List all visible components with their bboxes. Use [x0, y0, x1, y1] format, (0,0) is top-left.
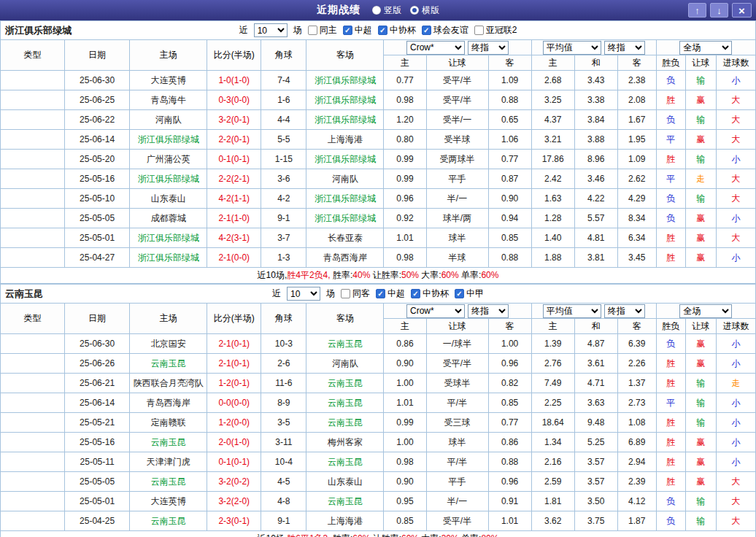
away-team-cell: 云南玉昆: [306, 452, 384, 472]
league-filter-checkbox[interactable]: 中超: [376, 287, 405, 300]
recent-count-select[interactable]: 10: [254, 23, 288, 37]
euro-home-odds: 2.16: [531, 452, 574, 472]
score-cell: 2-1(0-0): [207, 248, 261, 268]
checkbox-icon[interactable]: [343, 26, 352, 35]
goals-result-cell: 小: [716, 150, 755, 169]
checkbox-label: 亚冠联2: [486, 24, 517, 36]
score-cell: 2-0(1-0): [207, 433, 261, 452]
league-cell: 中超: [1, 492, 65, 511]
euro-away-odds: 1.87: [617, 511, 656, 531]
outcome-cell: 胜: [656, 354, 685, 374]
checkbox-icon[interactable]: [308, 26, 317, 35]
outcome-cell: 胜: [656, 228, 685, 248]
asian-odds-company-select[interactable]: Crow*: [406, 304, 465, 318]
corners-cell: 4-8: [261, 492, 306, 511]
asian-odds-stage-select[interactable]: 终指: [468, 41, 509, 55]
euro-odds-stage-select[interactable]: 终指: [604, 304, 645, 318]
sub-column-header: 客: [488, 319, 531, 334]
recent-count-select[interactable]: 10: [287, 287, 320, 301]
checkbox-icon[interactable]: [474, 26, 484, 35]
asian-odds-company-select[interactable]: Crow*: [406, 41, 465, 55]
goals-result-cell: 小: [716, 334, 755, 354]
checkbox-icon[interactable]: [341, 289, 350, 298]
euro-odds-company-select[interactable]: 平均值: [543, 41, 601, 55]
checkbox-icon[interactable]: [378, 26, 387, 35]
asian-away-odds: 0.91: [488, 492, 531, 511]
euro-draw-odds: 5.57: [574, 209, 617, 228]
euro-odds-company-select[interactable]: 平均值: [543, 304, 601, 318]
euro-odds-controls: 平均值终指: [531, 304, 656, 319]
move-up-button[interactable]: ↑: [688, 3, 706, 18]
league-cell: 中超: [1, 189, 65, 209]
checkbox-icon[interactable]: [455, 289, 464, 298]
asian-away-odds: 0.85: [488, 393, 531, 413]
euro-draw-odds: 3.38: [574, 90, 617, 110]
checkbox-icon[interactable]: [411, 289, 420, 298]
league-cell: 中超: [1, 169, 65, 189]
checkbox-icon[interactable]: [422, 26, 431, 35]
euro-draw-odds: 5.25: [574, 433, 617, 452]
league-filter-checkbox[interactable]: 中甲: [455, 287, 484, 300]
handicap-result-cell: 输: [685, 150, 716, 169]
checkbox-icon[interactable]: [376, 289, 385, 298]
euro-away-odds: 1.95: [617, 130, 656, 150]
result-scope-select[interactable]: 全场: [679, 41, 732, 55]
result-scope-select[interactable]: 全场: [679, 304, 732, 318]
move-down-button[interactable]: ↓: [710, 3, 728, 18]
column-header: 类型: [1, 304, 65, 334]
outcome-cell: 胜: [656, 90, 685, 110]
outcome-cell: 胜: [656, 433, 685, 452]
league-filter-checkbox[interactable]: 中协杯: [378, 24, 416, 36]
asian-away-odds: 0.90: [488, 189, 531, 209]
asian-handicap-line: 平/半: [426, 452, 488, 472]
section-header-bar: 浙江俱乐部绿城近10场同主中超中协杯球会友谊亚冠联2: [0, 20, 756, 39]
handicap-result-cell: 赢: [685, 209, 716, 228]
outcome-cell: 负: [656, 71, 685, 90]
handicap-result-cell: 输: [685, 393, 716, 413]
league-filter-checkbox[interactable]: 同客: [341, 287, 370, 300]
asian-home-odds: 0.99: [384, 169, 426, 189]
summary-label: 大率:: [419, 270, 441, 280]
euro-home-odds: 17.86: [531, 150, 574, 169]
euro-away-odds: 4.29: [617, 189, 656, 209]
outcome-cell: 胜: [656, 413, 685, 433]
sections: 浙江俱乐部绿城近10场同主中超中协杯球会友谊亚冠联2类型日期主场比分(半场)角球…: [0, 20, 756, 537]
view-mode-radio[interactable]: 竖版: [372, 4, 401, 17]
league-cell: 中超: [1, 393, 65, 413]
handicap-result-cell: 赢: [685, 248, 716, 268]
corners-cell: 2-6: [261, 354, 306, 374]
sub-column-header: 和: [574, 55, 617, 71]
score-cell: 0-3(0-0): [207, 90, 261, 110]
asian-home-odds: 0.77: [384, 71, 426, 90]
asian-home-odds: 0.99: [384, 413, 426, 433]
titlebar: 近期战绩 竖版横版 ↑ ↓ ×: [0, 0, 756, 20]
handicap-result-cell: 输: [685, 511, 716, 531]
asian-home-odds: 1.01: [384, 228, 426, 248]
euro-away-odds: 8.34: [617, 209, 656, 228]
date-cell: 25-06-21: [65, 374, 130, 393]
away-team-cell: 山东泰山: [306, 472, 384, 492]
asian-handicap-line: 一/球半: [426, 334, 488, 354]
near-label: 近: [239, 24, 248, 36]
view-mode-radio[interactable]: 横版: [410, 4, 439, 17]
asian-odds-stage-select[interactable]: 终指: [468, 304, 509, 318]
euro-odds-stage-select[interactable]: 终指: [604, 41, 645, 55]
radio-label: 横版: [422, 4, 439, 17]
asian-odds-controls: Crow*终指: [384, 304, 531, 319]
titlebar-center: 近期战绩 竖版横版: [317, 4, 439, 17]
radio-icon[interactable]: [372, 6, 381, 15]
league-filter-checkbox[interactable]: 亚冠联2: [474, 24, 517, 36]
close-button[interactable]: ×: [732, 3, 752, 18]
league-filter-checkbox[interactable]: 同主: [308, 24, 337, 36]
away-team-cell: 云南玉昆: [306, 393, 384, 413]
league-cell: 中超: [1, 452, 65, 472]
match-row: 中超25-05-01浙江俱乐部绿城4-2(3-1)3-7长春亚泰1.01球半0.…: [1, 228, 756, 248]
league-cell: 中协杯: [1, 150, 65, 169]
radio-icon[interactable]: [410, 6, 419, 15]
asian-away-odds: 0.87: [488, 169, 531, 189]
home-team-cell: 浙江俱乐部绿城: [130, 248, 207, 268]
league-filter-checkbox[interactable]: 中协杯: [411, 287, 449, 300]
league-filter-checkbox[interactable]: 中超: [343, 24, 372, 36]
league-filter-checkbox[interactable]: 球会友谊: [422, 24, 468, 36]
summary-value: 30%: [441, 533, 459, 537]
